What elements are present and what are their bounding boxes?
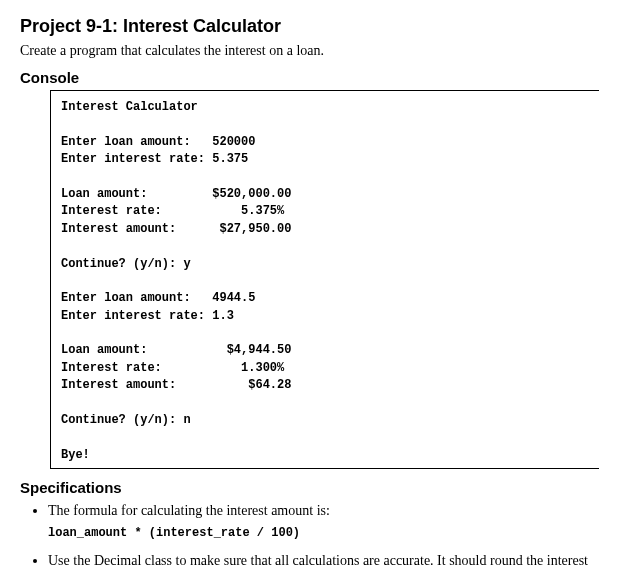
run1-out-interest: Interest amount: $27,950.00 [61, 222, 291, 236]
intro-text: Create a program that calculates the int… [20, 43, 599, 59]
specs-list: The formula for calculating the interest… [20, 502, 599, 565]
run1-prompt-amount: Enter loan amount: 520000 [61, 135, 255, 149]
run1-prompt-rate: Enter interest rate: 5.375 [61, 152, 248, 166]
console-heading: Console [20, 69, 599, 86]
console-output: Interest Calculator Enter loan amount: 5… [50, 90, 599, 469]
page-title: Project 9-1: Interest Calculator [20, 16, 599, 37]
spec-item-2: Use the Decimal class to make sure that … [48, 552, 599, 565]
run1-out-amount: Loan amount: $520,000.00 [61, 187, 291, 201]
specs-heading: Specifications [20, 479, 599, 496]
spec-item-1-formula: loan_amount * (interest_rate / 100) [48, 526, 599, 542]
run2-continue: Continue? (y/n): n [61, 413, 191, 427]
run2-prompt-amount: Enter loan amount: 4944.5 [61, 291, 255, 305]
run1-out-rate: Interest rate: 5.375% [61, 204, 284, 218]
console-header: Interest Calculator [61, 100, 198, 114]
run1-continue: Continue? (y/n): y [61, 257, 191, 271]
console-container: Interest Calculator Enter loan amount: 5… [50, 90, 599, 469]
run2-out-amount: Loan amount: $4,944.50 [61, 343, 291, 357]
run2-out-rate: Interest rate: 1.300% [61, 361, 284, 375]
spec-item-1-text: The formula for calculating the interest… [48, 503, 330, 518]
run2-prompt-rate: Enter interest rate: 1.3 [61, 309, 234, 323]
run2-out-interest: Interest amount: $64.28 [61, 378, 291, 392]
spec-item-1: The formula for calculating the interest… [48, 502, 599, 542]
console-bye: Bye! [61, 448, 90, 462]
